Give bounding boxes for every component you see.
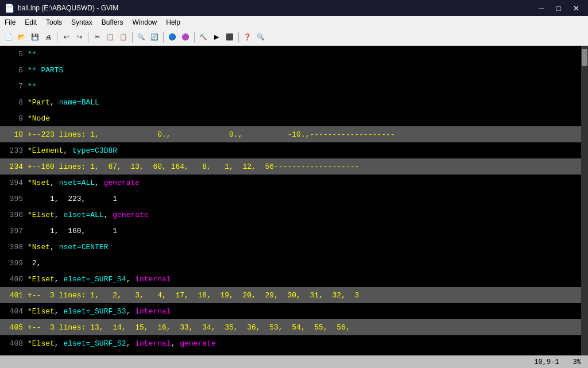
scroll-percent: 3% [573, 358, 581, 366]
app-icon: 📄 [5, 3, 14, 13]
scrollbar-thumb[interactable] [582, 49, 587, 66]
line-num-395: 395 [0, 195, 28, 203]
line-405-folded: 405 +-- 3 lines: 13, 14, 15, 16, 33, 34,… [0, 319, 581, 335]
minimize-button[interactable]: ─ [534, 2, 549, 14]
menu-tools[interactable]: Tools [41, 16, 67, 29]
line-num-7: 7 [0, 82, 28, 91]
line-content-9: *Node [28, 114, 581, 123]
line-6-text: ** PARTS [28, 66, 63, 75]
line-10-folded: 10 +--223 lines: 1, 0., 0., -10.,-------… [0, 126, 581, 142]
toolbar-print[interactable]: 🖨 [42, 31, 55, 44]
line-num-5: 5 [0, 50, 28, 59]
line-content-396: *Elset, elset=ALL, generate [28, 211, 581, 219]
line-content-6: ** PARTS [28, 66, 581, 75]
line-404: 404 *Elset, elset=_SURF_S3, internal [0, 303, 581, 319]
line-num-396: 396 [0, 211, 28, 219]
line-content-398: *Nset, nset=CENTER [28, 243, 581, 251]
line-content-405: +-- 3 lines: 13, 14, 15, 16, 33, 34, 35,… [28, 323, 581, 332]
line-content-234: +--160 lines: 1, 67, 13, 60, 164, 8, 1, … [28, 162, 581, 171]
line-234-folded: 234 +--160 lines: 1, 67, 13, 60, 164, 8,… [0, 158, 581, 175]
line-397: 397 1, 160, 1 [0, 223, 581, 239]
titlebar-left: 📄 ball.inp (E:\ABAQUSWD) - GVIM [5, 3, 118, 13]
line-398: 398 *Nset, nset=CENTER [0, 239, 581, 255]
cursor-position: 10,9-1 [534, 358, 559, 366]
menu-edit[interactable]: Edit [20, 16, 41, 29]
editor: 5 ** 6 ** PARTS 7 ** 8 *Part, name=BALL [0, 46, 588, 355]
toolbar-redo[interactable]: ↪ [73, 31, 86, 44]
toolbar-sep-1 [57, 32, 57, 42]
line-399: 399 2, [0, 255, 581, 271]
line-233: 233 *Element, type=C3D8R [0, 142, 581, 158]
menu-file[interactable]: File [0, 16, 20, 29]
line-400: 400 *Elset, elset=_SURF_S4, internal [0, 271, 581, 287]
titlebar-title: ball.inp (E:\ABAQUSWD) - GVIM [18, 4, 118, 12]
toolbar-open[interactable]: 📂 [16, 31, 28, 44]
toolbar-cut[interactable]: ✂ [91, 31, 103, 44]
line-num-8: 8 [0, 98, 28, 107]
menu-help[interactable]: Help [161, 16, 185, 29]
line-9: 9 *Node [0, 110, 581, 126]
line-409: 409 101, 112, 1 [0, 351, 581, 355]
line-content-10: +--223 lines: 1, 0., 0., -10.,----------… [28, 130, 581, 139]
line-408: 408 *Elset, elset=_SURF_S2, internal, ge… [0, 335, 581, 351]
toolbar-save-session[interactable]: 🟣 [179, 31, 192, 44]
toolbar-stop[interactable]: ⬛ [223, 31, 236, 44]
line-content-5: ** [28, 50, 581, 59]
toolbar-save[interactable]: 💾 [29, 31, 41, 44]
line-content-409: 101, 112, 1 [28, 355, 581, 356]
toolbar-undo[interactable]: ↩ [60, 31, 72, 44]
line-8: 8 *Part, name=BALL [0, 94, 581, 110]
line-6: 6 ** PARTS [0, 62, 581, 78]
menubar: File Edit Tools Syntax Buffers Window He… [0, 16, 588, 29]
line-401-folded: 401 +-- 3 lines: 1, 2, 3, 4, 17, 18, 19,… [0, 287, 581, 303]
line-num-394: 394 [0, 179, 28, 187]
line-num-400: 400 [0, 275, 28, 284]
line-content-7: ** [28, 82, 581, 91]
line-num-408: 408 [0, 339, 28, 348]
toolbar-find[interactable]: 🔍 [135, 31, 148, 44]
line-content-401: +-- 3 lines: 1, 2, 3, 4, 17, 18, 19, 20,… [28, 291, 581, 300]
statusbar: 10,9-1 3% [0, 355, 588, 368]
titlebar-controls: ─ □ ✕ [534, 2, 583, 14]
toolbar-run[interactable]: ▶ [210, 31, 223, 44]
toolbar-load-session[interactable]: 🔵 [166, 31, 179, 44]
line-num-399: 399 [0, 259, 28, 268]
menu-buffers[interactable]: Buffers [97, 16, 128, 29]
line-5: 5 ** [0, 46, 581, 62]
line-content-408: *Elset, elset=_SURF_S2, internal, genera… [28, 339, 581, 348]
line-content-397: 1, 160, 1 [28, 227, 581, 235]
line-396: 396 *Elset, elset=ALL, generate [0, 207, 581, 223]
toolbar-new[interactable]: 📄 [2, 31, 15, 44]
line-content-233: *Element, type=C3D8R [28, 146, 581, 155]
line-num-398: 398 [0, 243, 28, 251]
menu-syntax[interactable]: Syntax [67, 16, 97, 29]
toolbar-replace[interactable]: 🔄 [148, 31, 161, 44]
line-num-397: 397 [0, 227, 28, 235]
close-button[interactable]: ✕ [568, 2, 583, 14]
toolbar-search-help[interactable]: 🔍 [254, 31, 267, 44]
toolbar-paste[interactable]: 📋 [117, 31, 130, 44]
editor-scrollbar[interactable] [581, 46, 588, 355]
line-num-9: 9 [0, 114, 28, 123]
line-394: 394 *Nset, nset=ALL, generate [0, 175, 581, 191]
toolbar: 📄 📂 💾 🖨 ↩ ↪ ✂ 📋 📋 🔍 🔄 🔵 🟣 🔨 ▶ ⬛ ❓ 🔍 [0, 29, 588, 46]
toolbar-help[interactable]: ❓ [241, 31, 254, 44]
line-num-404: 404 [0, 307, 28, 316]
line-num-409: 409 [0, 355, 28, 356]
menu-window[interactable]: Window [128, 16, 162, 29]
toolbar-build[interactable]: 🔨 [197, 31, 210, 44]
line-395: 395 1, 223, 1 [0, 191, 581, 207]
editor-content[interactable]: 5 ** 6 ** PARTS 7 ** 8 *Part, name=BALL [0, 46, 581, 355]
maximize-button[interactable]: □ [551, 2, 566, 14]
code-area: 5 ** 6 ** PARTS 7 ** 8 *Part, name=BALL [0, 46, 581, 355]
line-num-10: 10 [0, 130, 28, 139]
line-content-400: *Elset, elset=_SURF_S4, internal [28, 275, 581, 284]
toolbar-sep-3 [132, 32, 133, 42]
toolbar-sep-6 [238, 32, 239, 42]
toolbar-copy[interactable]: 📋 [104, 31, 117, 44]
line-num-405: 405 [0, 323, 28, 332]
toolbar-sep-4 [163, 32, 164, 42]
line-content-8: *Part, name=BALL [28, 98, 581, 107]
line-content-394: *Nset, nset=ALL, generate [28, 179, 581, 187]
line-7: 7 ** [0, 78, 581, 94]
